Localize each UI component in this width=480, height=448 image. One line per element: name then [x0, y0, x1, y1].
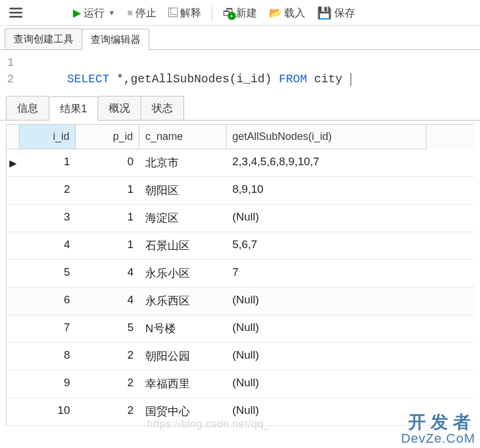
folder-open-icon: 📂 — [269, 6, 282, 19]
stop-button[interactable]: ■ 停止 — [122, 4, 161, 22]
save-button[interactable]: 💾 保存 — [312, 4, 360, 22]
cell-iid[interactable]: 6 — [19, 287, 76, 315]
cell-cname[interactable]: 永乐小区 — [139, 260, 226, 287]
cell-subnodes[interactable]: (Null) — [226, 315, 426, 342]
table-row[interactable]: 75N号楼(Null) — [6, 315, 474, 343]
cell-subnodes[interactable]: (Null) — [226, 370, 426, 397]
text-cursor — [351, 73, 351, 86]
cell-subnodes[interactable]: 7 — [226, 260, 426, 287]
explain-label: 解释 — [180, 6, 201, 20]
cell-cname[interactable]: 永乐西区 — [139, 287, 226, 315]
cell-pid[interactable]: 1 — [76, 177, 139, 204]
watermark-line2: DevZe.CoM — [401, 432, 475, 446]
cell-subnodes[interactable]: 5,6,7 — [226, 232, 426, 259]
chevron-down-icon[interactable]: ▼ — [108, 9, 115, 17]
cell-pid[interactable]: 1 — [76, 232, 139, 259]
tab-info[interactable]: 信息 — [6, 96, 49, 120]
load-button[interactable]: 📂 载入 — [264, 4, 310, 22]
menu-icon[interactable] — [6, 4, 28, 21]
column-header-sub[interactable]: getAllSubNodes(i_id) — [226, 125, 426, 149]
row-marker-header — [6, 125, 19, 149]
row-marker — [6, 370, 19, 397]
table-row[interactable]: 41石景山区5,6,7 — [6, 232, 474, 260]
table-row[interactable]: 82朝阳公园(Null) — [6, 343, 474, 370]
code-area[interactable]: SELECT *,getAllSubNodes(i_id) FROM city — [25, 55, 351, 88]
result-grid[interactable]: i_id p_id c_name getAllSubNodes(i_id) ▶1… — [6, 124, 474, 426]
grid-body: ▶10北京市2,3,4,5,6,8,9,10,721朝阳区8,9,1031海淀区… — [6, 149, 474, 426]
cell-iid[interactable]: 2 — [19, 177, 76, 204]
row-marker — [6, 260, 19, 287]
cell-pid[interactable]: 1 — [76, 205, 139, 232]
cell-cname[interactable]: 朝阳公园 — [139, 343, 226, 370]
line-number: 1 — [7, 55, 14, 71]
run-button[interactable]: ▶ 运行 ▼ — [68, 4, 120, 22]
cell-cname[interactable]: 幸福西里 — [139, 370, 226, 397]
sql-editor[interactable]: 1 2 SELECT *,getAllSubNodes(i_id) FROM c… — [0, 50, 480, 92]
column-header-iid[interactable]: i_id — [19, 125, 76, 149]
load-label: 载入 — [284, 6, 305, 20]
cell-pid[interactable]: 4 — [76, 260, 139, 287]
main-toolbar: ▶ 运行 ▼ ■ 停止 ⿺ 解释 🗗 + 新建 📂 载入 💾 保存 — [0, 0, 480, 26]
cell-subnodes[interactable]: 8,9,10 — [226, 177, 426, 204]
stop-icon: ■ — [127, 8, 133, 18]
tab-query-editor[interactable]: 查询编辑器 — [82, 29, 149, 50]
grid-header-row: i_id p_id c_name getAllSubNodes(i_id) — [6, 125, 474, 149]
cell-pid[interactable]: 2 — [76, 398, 139, 425]
row-marker — [6, 287, 19, 315]
cell-cname[interactable]: 海淀区 — [139, 205, 226, 232]
toolbar-separator — [212, 5, 212, 21]
cell-subnodes[interactable]: (Null) — [226, 205, 426, 232]
new-button[interactable]: 🗗 + 新建 — [218, 4, 262, 22]
table-row[interactable]: 64永乐西区(Null) — [6, 287, 474, 315]
cell-iid[interactable]: 1 — [19, 149, 76, 176]
row-marker — [6, 177, 19, 204]
cell-cname[interactable]: N号楼 — [139, 315, 226, 342]
row-marker: ▶ — [6, 149, 19, 176]
new-label: 新建 — [236, 6, 257, 20]
line-gutter: 1 2 — [7, 55, 14, 88]
cell-iid[interactable]: 4 — [19, 232, 76, 259]
cell-iid[interactable]: 5 — [19, 260, 76, 287]
cell-pid[interactable]: 0 — [76, 149, 139, 176]
row-marker — [6, 343, 19, 370]
table-row[interactable]: 54永乐小区7 — [6, 260, 474, 287]
cell-iid[interactable]: 3 — [19, 205, 76, 232]
sql-keyword-select: SELECT — [67, 72, 109, 86]
tab-status[interactable]: 状态 — [141, 96, 184, 120]
cell-pid[interactable]: 2 — [76, 370, 139, 397]
run-label: 运行 — [84, 6, 105, 20]
cell-subnodes[interactable]: (Null) — [226, 343, 426, 370]
cell-iid[interactable]: 9 — [19, 370, 76, 397]
cell-subnodes[interactable]: (Null) — [226, 287, 426, 315]
play-icon: ▶ — [73, 6, 81, 19]
cell-pid[interactable]: 5 — [76, 315, 139, 342]
row-marker — [6, 205, 19, 232]
table-row[interactable]: 21朝阳区8,9,10 — [6, 177, 474, 205]
sql-body: *,getAllSubNodes(i_id) — [109, 72, 279, 86]
column-header-cname[interactable]: c_name — [139, 125, 226, 149]
row-marker — [6, 315, 19, 342]
cell-iid[interactable]: 7 — [19, 315, 76, 342]
cell-cname[interactable]: 北京市 — [139, 149, 226, 176]
cell-cname[interactable]: 石景山区 — [139, 232, 226, 259]
cell-cname[interactable]: 朝阳区 — [139, 177, 226, 204]
cell-iid[interactable]: 8 — [19, 343, 76, 370]
column-header-pid[interactable]: p_id — [76, 125, 139, 149]
faint-watermark-url: https://blog.csdn.net/qq_ — [147, 418, 270, 430]
tab-overview[interactable]: 概况 — [98, 96, 141, 120]
cell-subnodes[interactable]: 2,3,4,5,6,8,9,10,7 — [226, 149, 426, 176]
tab-result1[interactable]: 结果1 — [49, 96, 98, 121]
table-row[interactable]: 92幸福西里(Null) — [6, 370, 474, 398]
cell-iid[interactable]: 10 — [19, 398, 76, 425]
tab-query-builder[interactable]: 查询创建工具 — [5, 28, 82, 49]
explain-button[interactable]: ⿺ 解释 — [164, 4, 206, 22]
table-row[interactable]: 31海淀区(Null) — [6, 205, 474, 232]
new-icon: 🗗 + — [223, 6, 234, 19]
stop-label: 停止 — [135, 6, 156, 20]
cell-pid[interactable]: 4 — [76, 287, 139, 315]
watermark: 开发者 DevZe.CoM — [401, 412, 475, 446]
cell-pid[interactable]: 2 — [76, 343, 139, 370]
table-row[interactable]: ▶10北京市2,3,4,5,6,8,9,10,7 — [6, 149, 474, 177]
explain-icon: ⿺ — [168, 8, 178, 18]
line-number: 2 — [7, 71, 14, 88]
